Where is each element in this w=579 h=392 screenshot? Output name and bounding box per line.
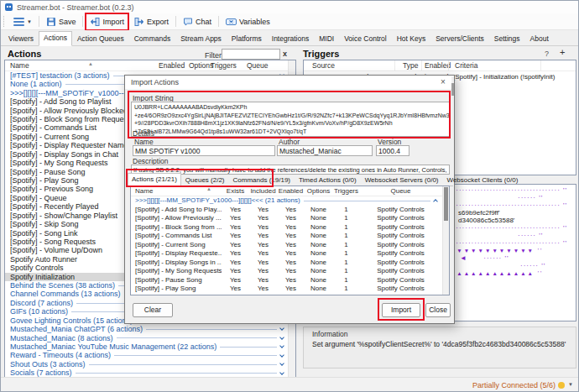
import-table-row[interactable]: [Spotify] - Display Songs in ...YesYesYe… [131, 259, 449, 268]
cell: 1 [332, 294, 360, 296]
cell: None [305, 294, 332, 296]
author-field[interactable] [277, 145, 373, 156]
import-table-row[interactable]: [Spotify] - Commands ListYesYesYesNone1S… [131, 232, 449, 241]
subaction-fragment[interactable]: s69b9efc2f9ff' [458, 210, 499, 217]
dialog-tab-websocket-clients[interactable]: Websocket Clients (0/0) [443, 174, 523, 186]
cell: [Spotify] - Display Requeste... [131, 249, 222, 259]
dialog-tab-websocket-servers[interactable]: Websocket Servers (0/0) [361, 174, 443, 186]
action-group-row[interactable]: Reward - Timeouts (4 actions) [5, 352, 288, 360]
col-triggers[interactable]: Triggers [332, 186, 360, 196]
import-group-row[interactable]: >>>[][][][---MM_SPOTiFY_v1000---][][][]<… [131, 196, 449, 206]
tab-integrations[interactable]: Integrations [267, 32, 314, 45]
col-included[interactable]: Included [249, 186, 277, 196]
trigger-criteria: [Spotify] - Initialization (!spotifyInit… [453, 73, 555, 81]
chevron-down-icon[interactable] [279, 361, 284, 366]
dialog-tab-timed-actions[interactable]: Timed Actions (0/0) [295, 174, 361, 186]
dialog-tab-commands[interactable]: Commands (19/19) [229, 174, 295, 186]
col-triggers[interactable]: Triggers [211, 61, 237, 70]
chevron-down-icon[interactable] [279, 353, 284, 358]
tab-commands[interactable]: Commands [129, 32, 175, 45]
chevron-up-icon[interactable] [433, 199, 438, 204]
col-enabled[interactable]: Enabled [425, 61, 451, 70]
triggers-help-button[interactable]: ? [545, 50, 549, 58]
tab-action-queues[interactable]: Action Queues [72, 32, 129, 45]
col-type[interactable]: Type [403, 61, 418, 70]
col-exists[interactable]: Exists [222, 186, 249, 196]
save-button[interactable]: Save [43, 14, 80, 29]
tab-viewers[interactable]: Viewers [3, 32, 39, 45]
col-queue[interactable]: Queue [247, 61, 269, 70]
col-name[interactable]: Name [10, 61, 29, 70]
col-queue[interactable]: Queue [360, 186, 441, 196]
col-options[interactable]: Options [305, 186, 332, 196]
dialog-table-scrollbar[interactable] [442, 186, 449, 295]
tab-stream-apps[interactable]: Stream Apps [175, 32, 227, 45]
import-table-row[interactable]: [Spotify] - Display Requeste...YesYesYes… [131, 249, 449, 259]
dialog-close-action-button[interactable]: Close [425, 303, 451, 317]
chevron-down-icon[interactable]: ▼ [568, 382, 573, 387]
col-options[interactable]: Options [189, 61, 213, 70]
col-source[interactable]: Source [312, 61, 335, 70]
dialog-tab-queues[interactable]: Queues (2/2) [181, 174, 229, 186]
action-group-row[interactable]: Mustached_Maniac (8 actions) [5, 334, 288, 342]
filter-input[interactable] [222, 49, 280, 60]
export-button[interactable]: Export [131, 14, 172, 29]
add-trigger-button[interactable]: + [560, 47, 565, 57]
col-criteria[interactable]: Criteria [455, 61, 477, 70]
cell: Yes [277, 232, 305, 241]
action-group-row[interactable]: Mustached_Mania ChatGPT (6 actions) [5, 325, 288, 333]
subaction-fragment[interactable]: ◄ ······ '' [460, 255, 509, 262]
subaction-fragment[interactable]: d340086c5c53588' [458, 217, 514, 224]
tab-actions[interactable]: Actions [39, 31, 72, 46]
tab-platforms[interactable]: Platforms [227, 32, 267, 45]
import-string-box[interactable]: U0JBRR+LCAAAAAAABADsvdlyKkm2KPh+ze4/6OR9… [131, 102, 450, 137]
tab-servers-clients[interactable]: Servers/Clients [430, 32, 489, 45]
tab-about[interactable]: About [525, 32, 554, 45]
import-table-row[interactable]: [Spotify] - Add Song to Play...YesYesYes… [131, 206, 449, 215]
import-table-row[interactable]: [Spotify] - Play SongYesYesYesNone1Spoti… [131, 285, 449, 294]
chevron-down-icon[interactable] [279, 327, 284, 332]
tab-settings[interactable]: Settings [489, 32, 525, 45]
tab-voice-control[interactable]: Voice Control [339, 32, 392, 45]
version-field[interactable] [376, 145, 409, 156]
tab-hot-keys[interactable]: Hot Keys [392, 32, 431, 45]
chat-button[interactable]: Chat [180, 14, 215, 29]
cell: None [305, 214, 332, 223]
menu-button[interactable]: ▼ [10, 14, 35, 29]
col-enabled[interactable]: Enabled [277, 186, 305, 196]
main-tabbar: ViewersActionsAction QueuesCommandsStrea… [1, 30, 578, 46]
import-table-row[interactable]: [Spotify] - Previous SongYesYesYesNone1S… [131, 294, 449, 296]
import-table-row[interactable]: [Spotify] - Pause SongYesYesYesNone1Spot… [131, 276, 449, 285]
toolbar-separator [39, 16, 39, 27]
chevron-down-icon[interactable] [279, 370, 284, 375]
dialog-import-button[interactable]: Import [382, 303, 420, 317]
name-field[interactable] [133, 145, 275, 156]
clear-button[interactable]: Clear [133, 303, 173, 317]
action-group-row[interactable]: Socials (7 actions) [5, 368, 288, 377]
chevron-down-icon[interactable] [279, 343, 284, 348]
information-text: Set argument '%spotifyClientSecret%' to … [312, 340, 566, 348]
import-table-row[interactable]: [Spotify] - Allow Previously ...YesYesYe… [131, 214, 449, 223]
subaction-fragment[interactable]: ······ '' [518, 233, 543, 239]
details-label: Details [133, 129, 154, 138]
col-enabled[interactable]: Enabled [159, 61, 185, 70]
import-string-scrollbar[interactable] [451, 76, 454, 110]
import-button[interactable]: Import [86, 14, 128, 29]
import-string-line: +7rS8+aiB72LMMw9G64Qd1tp8s1uWW32ar61DT+2… [134, 128, 446, 136]
action-group-row[interactable]: Shout Outs (3 actions) [5, 360, 288, 368]
import-table-row[interactable]: [Spotify] - Current SongYesYesYesNone1Sp… [131, 241, 449, 250]
action-group-row[interactable]: Mustached_Maniac YouTube Music Managemen… [5, 342, 288, 351]
cell: 1 [332, 232, 360, 241]
connection-status[interactable]: Partially Connected (5/6) [472, 381, 556, 389]
tab-midi[interactable]: MIDI [314, 32, 339, 45]
clear-filter-button[interactable]: x [283, 50, 287, 58]
import-table-row[interactable]: [Spotify] - Block Song from ...YesYesYes… [131, 223, 449, 233]
import-table-row[interactable]: [Spotify] - My Song RequestsYesYesYesNon… [131, 267, 449, 276]
subaction-fragment[interactable]: ······ '' [520, 263, 545, 269]
dialog-tab-actions[interactable]: Actions (21/21) [128, 173, 181, 186]
chevron-down-icon[interactable] [279, 335, 284, 340]
subaction-fragment[interactable]: ······ '' [518, 195, 543, 201]
cell: [Spotify] - Commands List [131, 232, 222, 241]
toolbar-grip[interactable] [3, 16, 6, 27]
variables-button[interactable]: Variables [222, 14, 274, 29]
